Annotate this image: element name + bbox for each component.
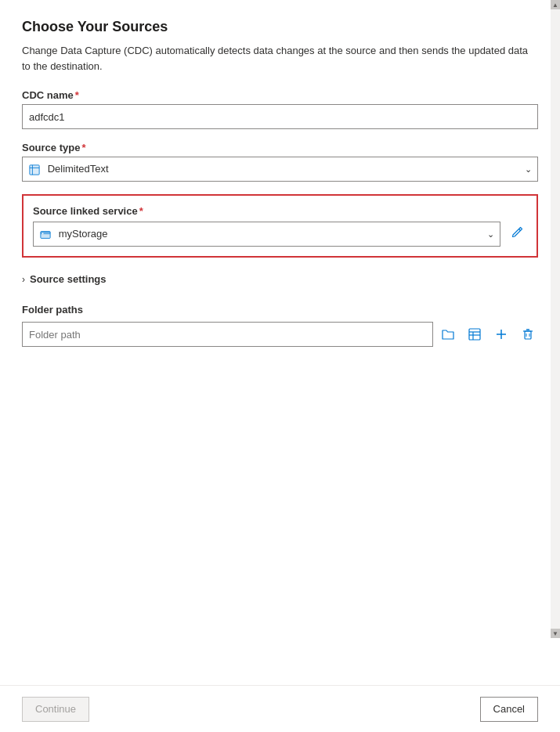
dialog-footer: Continue Cancel <box>0 685 560 732</box>
source-linked-service-display: myStorage <box>40 228 108 240</box>
cdc-name-label: CDC name* <box>22 89 538 101</box>
storage-icon <box>40 229 51 240</box>
source-settings-label: Source settings <box>30 273 107 285</box>
source-type-select-wrapper: DelimitedText ⌄ <box>22 157 538 182</box>
dialog: Choose Your Sources Change Data Capture … <box>0 0 560 732</box>
source-settings-chevron-icon: › <box>22 274 25 285</box>
source-type-display: DelimitedText <box>29 163 109 175</box>
delete-folder-path-button[interactable] <box>518 326 538 343</box>
table-select-icon <box>468 327 482 341</box>
edit-linked-service-icon[interactable] <box>507 222 527 246</box>
source-linked-service-label: Source linked service* <box>33 205 527 217</box>
folder-path-row <box>22 322 538 347</box>
delimited-text-icon <box>29 164 40 175</box>
trash-icon <box>521 327 535 341</box>
cdc-name-input[interactable] <box>22 104 538 129</box>
source-type-select[interactable]: DelimitedText ⌄ <box>22 157 538 182</box>
page-title: Choose Your Sources <box>22 19 538 35</box>
scrollbar-down-button[interactable]: ▼ <box>551 629 560 638</box>
source-linked-service-select[interactable]: myStorage ⌄ <box>33 222 500 247</box>
source-linked-service-section: Source linked service* myStorage <box>22 194 538 258</box>
svg-rect-0 <box>30 165 39 175</box>
scrollbar: ▲ ▼ <box>551 0 560 638</box>
select-table-button[interactable] <box>464 326 485 343</box>
add-folder-path-button[interactable] <box>491 326 511 343</box>
scrollbar-track <box>551 9 560 629</box>
svg-rect-14 <box>525 331 531 339</box>
source-linked-chevron-icon: ⌄ <box>487 229 494 240</box>
source-settings-row[interactable]: › Source settings <box>22 270 538 288</box>
source-linked-service-select-wrapper: myStorage ⌄ <box>33 222 500 247</box>
continue-button[interactable]: Continue <box>22 697 89 722</box>
cdc-name-group: CDC name* <box>22 89 538 129</box>
folder-path-input[interactable] <box>22 322 433 347</box>
cancel-button[interactable]: Cancel <box>480 697 538 722</box>
folder-paths-group: Folder paths <box>22 304 538 347</box>
svg-rect-8 <box>469 329 480 340</box>
folder-path-icons <box>438 326 538 343</box>
source-type-chevron-icon: ⌄ <box>525 164 532 175</box>
add-icon <box>494 327 508 341</box>
folder-paths-label: Folder paths <box>22 304 538 316</box>
scrollbar-up-button[interactable]: ▲ <box>551 0 560 9</box>
svg-rect-7 <box>42 233 44 234</box>
source-linked-service-row: myStorage ⌄ <box>33 222 527 247</box>
browse-folder-button[interactable] <box>438 326 458 343</box>
folder-browse-icon <box>441 327 455 341</box>
source-type-label: Source type* <box>22 142 538 153</box>
source-type-group: Source type* DelimitedText ⌄ <box>22 142 538 182</box>
pencil-icon <box>510 225 524 240</box>
description: Change Data Capture (CDC) automatically … <box>22 43 538 74</box>
dialog-content: Choose Your Sources Change Data Capture … <box>0 0 560 685</box>
